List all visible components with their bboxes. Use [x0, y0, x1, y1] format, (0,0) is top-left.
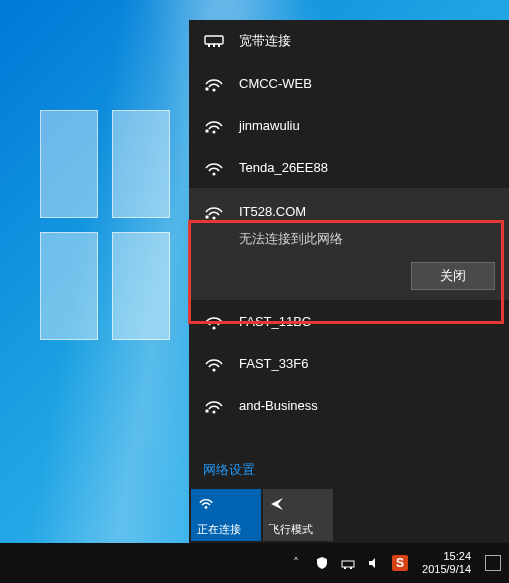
svg-point-19: [205, 506, 208, 509]
tray-network-icon[interactable]: [340, 555, 356, 571]
system-tray: ˄ S 15:24 2015/9/14: [288, 543, 509, 583]
connection-status-message: 无法连接到此网络: [239, 230, 495, 248]
wallpaper-window-graphic: [40, 110, 170, 340]
svg-rect-1: [208, 44, 210, 47]
wifi-open-icon: [203, 310, 225, 332]
wifi-item[interactable]: FAST_33F6: [189, 342, 509, 384]
svg-point-7: [212, 130, 215, 133]
svg-rect-6: [206, 88, 209, 91]
wifi-secured-icon: [203, 72, 225, 94]
svg-rect-21: [344, 567, 346, 569]
wifi-item[interactable]: FAST_11BC: [189, 300, 509, 342]
tray-shield-icon[interactable]: [314, 555, 330, 571]
svg-point-14: [212, 326, 215, 329]
wifi-tile-label: 正在连接: [197, 522, 255, 537]
wifi-open-icon: [203, 352, 225, 374]
network-list: 宽带连接 CMCC-WEB jinmawuliu Tenda_26EE88: [189, 20, 509, 453]
clock-time: 15:24: [422, 550, 471, 563]
svg-rect-13: [206, 216, 209, 219]
wifi-open-icon: [203, 156, 225, 178]
ethernet-icon: [203, 30, 225, 52]
taskbar: ˄ S 15:24 2015/9/14: [0, 543, 509, 583]
svg-point-11: [212, 216, 215, 219]
action-center-icon[interactable]: [485, 555, 501, 571]
wifi-icon: [197, 495, 215, 509]
airplane-tile-label: 飞行模式: [269, 522, 327, 537]
clock-date: 2015/9/14: [422, 563, 471, 576]
broadband-connection-item[interactable]: 宽带连接: [189, 20, 509, 62]
svg-point-15: [212, 368, 215, 371]
wifi-ssid: IT528.COM: [239, 204, 306, 219]
tray-chevron-up-icon[interactable]: ˄: [288, 555, 304, 571]
network-flyout: 宽带连接 CMCC-WEB jinmawuliu Tenda_26EE88: [189, 20, 509, 543]
ime-indicator[interactable]: S: [392, 555, 408, 571]
wifi-ssid: Tenda_26EE88: [239, 160, 328, 175]
tray-volume-icon[interactable]: [366, 555, 382, 571]
wifi-secured-icon: [203, 114, 225, 136]
wifi-secured-icon: [203, 394, 225, 416]
airplane-icon: [269, 495, 285, 511]
wifi-item[interactable]: jinmawuliu: [189, 104, 509, 146]
svg-point-4: [212, 88, 215, 91]
wifi-ssid: FAST_33F6: [239, 356, 308, 371]
taskbar-clock[interactable]: 15:24 2015/9/14: [418, 550, 475, 575]
wifi-ssid: and-Business: [239, 398, 318, 413]
svg-rect-18: [206, 410, 209, 413]
airplane-mode-tile[interactable]: 飞行模式: [263, 489, 333, 541]
svg-rect-2: [213, 44, 215, 47]
wifi-ssid: jinmawuliu: [239, 118, 300, 133]
svg-rect-20: [342, 561, 354, 567]
wifi-tile[interactable]: 正在连接: [191, 489, 261, 541]
svg-rect-9: [206, 130, 209, 133]
svg-rect-0: [205, 36, 223, 44]
close-button[interactable]: 关闭: [411, 262, 495, 290]
wifi-item-selected[interactable]: IT528.COM 无法连接到此网络 关闭: [189, 188, 509, 300]
quick-action-tiles: 正在连接 飞行模式: [189, 485, 509, 543]
network-settings-link[interactable]: 网络设置: [189, 453, 509, 485]
svg-point-10: [212, 172, 215, 175]
broadband-label: 宽带连接: [239, 32, 291, 50]
wifi-item[interactable]: Tenda_26EE88: [189, 146, 509, 188]
wifi-item[interactable]: and-Business: [189, 384, 509, 426]
wifi-secured-icon: [203, 200, 225, 222]
svg-rect-22: [350, 567, 352, 569]
wifi-ssid: FAST_11BC: [239, 314, 311, 329]
svg-rect-3: [218, 44, 220, 47]
desktop-background: 宽带连接 CMCC-WEB jinmawuliu Tenda_26EE88: [0, 0, 509, 583]
svg-point-16: [212, 410, 215, 413]
wifi-ssid: CMCC-WEB: [239, 76, 312, 91]
wifi-item[interactable]: CMCC-WEB: [189, 62, 509, 104]
